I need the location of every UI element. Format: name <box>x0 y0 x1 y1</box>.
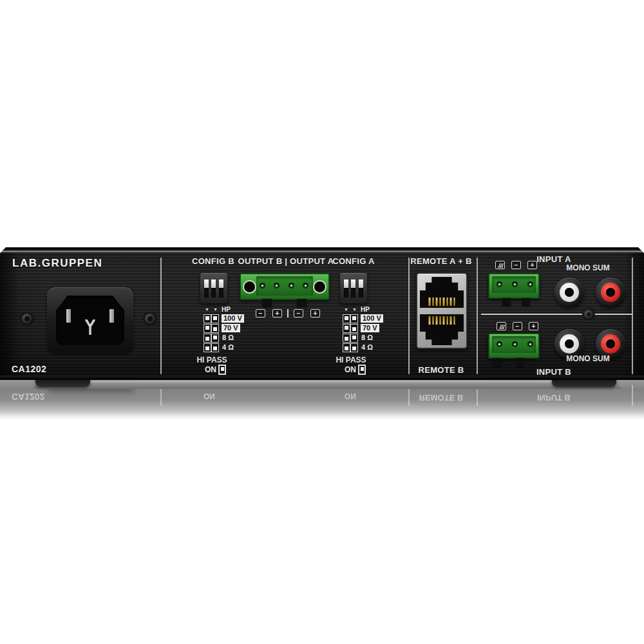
input-section-divider <box>481 314 632 315</box>
mount-tab <box>493 358 502 366</box>
iec-pin-live <box>66 309 71 323</box>
mount-tab <box>262 299 272 307</box>
input-b-mono-sum-label: MONO SUM <box>549 354 627 363</box>
config-b-hipass-label: HI PASS <box>186 355 238 365</box>
tap-value-label: 8 Ω <box>361 334 373 342</box>
down-triangle-icon: ▼ <box>350 307 359 312</box>
iec-pin-earth <box>84 319 96 335</box>
dip-position-cell <box>204 334 211 343</box>
input-a-mono-sum-label: MONO SUM <box>549 263 627 272</box>
panel-screw <box>144 313 156 325</box>
config-b-legend-header: ▼ ▼ HP <box>203 306 231 313</box>
tap-row: 100 V <box>204 314 244 323</box>
tap-value-label: 4 Ω <box>361 343 373 352</box>
terminal-screw-hole <box>243 280 256 294</box>
config-a-title: CONFIG A <box>321 256 386 266</box>
tap-value-label: 100 V <box>222 314 244 323</box>
mount-tab <box>516 358 524 366</box>
input-a-terminal-block <box>488 273 540 299</box>
terminal-pin <box>497 341 502 347</box>
mount-tab <box>297 299 307 307</box>
dip-position-cell <box>211 324 219 333</box>
terminal-pin <box>303 283 308 289</box>
hp-column-label: HP <box>222 306 231 313</box>
dip-position-cell <box>350 343 358 352</box>
on-switch-box <box>358 365 366 375</box>
product-photo-stage: CA1202 ON ON REMOTE B INPUT B LAB.GRUPPE… <box>0 0 644 644</box>
on-label: ON <box>205 365 216 374</box>
dip-position-cell <box>343 334 350 343</box>
reflected-on-label: ON <box>204 392 215 401</box>
iec-pin-neutral <box>109 309 114 323</box>
panel-screw <box>583 309 594 319</box>
dip-slot <box>219 279 223 298</box>
config-b-on-switch: ON <box>205 365 226 375</box>
terminal-pin <box>289 283 294 289</box>
config-a-on-switch: ON <box>345 365 366 375</box>
minus-icon: − <box>511 261 521 269</box>
down-triangle-icon: ▼ <box>203 307 211 312</box>
output-polarity-row: − + − + <box>256 309 320 317</box>
dip-position-cell <box>350 334 358 343</box>
plus-icon: + <box>529 322 538 330</box>
bottom-rail <box>32 381 621 389</box>
terminal-pin <box>274 283 279 289</box>
dip-position-cell <box>211 343 219 352</box>
dip-handle <box>359 279 363 288</box>
down-triangle-icon: ▼ <box>211 307 220 312</box>
panel-screw <box>21 313 33 325</box>
chassis-ground-icon <box>497 322 506 330</box>
dip-slot <box>351 279 355 298</box>
dip-slot <box>204 279 209 298</box>
dip-handle <box>204 279 209 288</box>
tap-value-label: 70 V <box>361 324 379 332</box>
dip-slot <box>359 279 363 298</box>
section-divider <box>632 258 633 374</box>
section-divider <box>160 258 162 374</box>
dip-position-cell <box>204 343 211 352</box>
down-triangle-icon: ▼ <box>342 307 350 312</box>
config-a-legend-header: ▼ ▼ HP <box>342 306 370 313</box>
tap-value-label: 100 V <box>361 314 383 323</box>
tap-row: 100 V <box>343 314 383 323</box>
dip-position-cell <box>350 324 358 333</box>
rj45-pins <box>429 298 455 306</box>
config-b-dip-switch <box>200 273 227 303</box>
config-b-tap-legend: 100 V70 V8 Ω4 Ω <box>204 314 244 352</box>
chassis-top-bevel <box>0 247 644 253</box>
rca-center-hole <box>565 288 574 297</box>
dip-position-cell <box>343 343 350 352</box>
tap-row: 8 Ω <box>204 333 244 343</box>
tap-value-label: 4 Ω <box>222 343 234 352</box>
input-b-title: INPUT B <box>515 367 592 377</box>
dip-position-cell <box>350 314 358 323</box>
minus-icon: − <box>513 322 522 330</box>
dip-position-cell <box>204 324 211 333</box>
terminal-pin <box>512 341 518 347</box>
dip-handle <box>219 279 223 288</box>
tap-value-label: 70 V <box>222 324 240 332</box>
section-divider <box>408 258 410 374</box>
chassis-ground-icon <box>495 261 505 269</box>
terminal-pin <box>260 283 265 289</box>
terminal-screw-hole <box>313 280 327 294</box>
input-a-rca-red <box>596 278 625 307</box>
rca-center-hole <box>565 339 574 348</box>
input-a-terminal-symbols: − + <box>495 261 537 269</box>
plus-icon: + <box>310 309 320 317</box>
dip-handle <box>211 279 216 288</box>
mount-tab <box>502 298 511 306</box>
dip-slot <box>211 279 216 298</box>
config-a-hipass-label: HI PASS <box>325 355 377 365</box>
rj45-pins <box>429 316 455 325</box>
on-switch-box <box>218 365 226 375</box>
brand-logo: LAB.GRUPPEN <box>12 257 102 270</box>
rca-center-hole <box>606 288 615 297</box>
minus-icon: − <box>256 309 265 317</box>
terminal-pin <box>527 281 533 287</box>
terminal-pin <box>527 341 533 347</box>
tap-row: 4 Ω <box>204 343 244 352</box>
reflected-model-number: CA1202 <box>12 392 44 402</box>
tap-value-label: 8 Ω <box>222 334 234 342</box>
dip-position-cell <box>343 314 350 323</box>
